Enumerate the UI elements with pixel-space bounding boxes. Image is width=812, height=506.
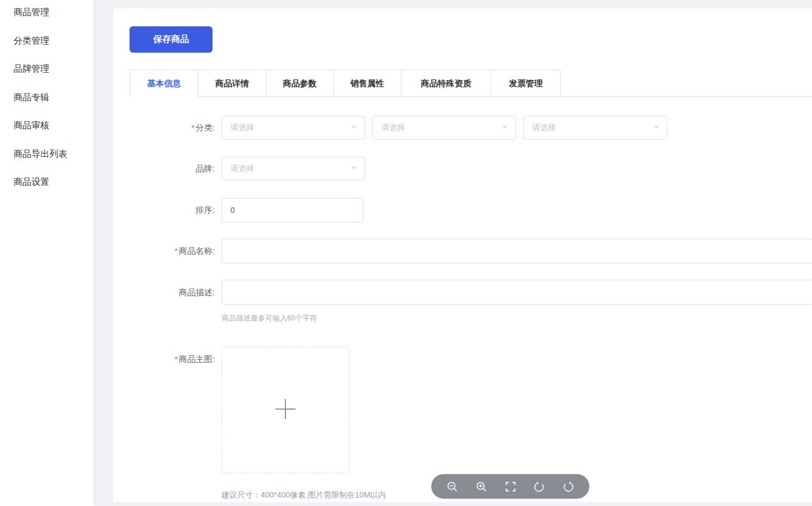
category-select-level2[interactable]: 请选择	[372, 116, 516, 140]
save-product-button[interactable]: 保存商品	[130, 26, 213, 53]
tab-product-detail[interactable]: 商品详情	[199, 69, 266, 96]
tab-invoice-management[interactable]: 发票管理	[491, 69, 561, 96]
form-row-sort: 排序:	[113, 198, 812, 222]
select-placeholder: 请选择	[381, 123, 501, 133]
category-label: *分类:	[113, 116, 215, 140]
select-placeholder: 请选择	[230, 164, 350, 174]
required-asterisk: *	[191, 123, 194, 132]
category-select-level3[interactable]: 请选择	[523, 116, 667, 140]
chevron-down-icon	[652, 123, 660, 133]
tab-sales-attributes[interactable]: 销售属性	[334, 69, 402, 96]
product-name-input[interactable]	[222, 239, 812, 263]
product-name-label: *商品名称:	[113, 239, 215, 263]
form-row-category: *分类: 请选择 请选择 请选择	[113, 116, 812, 140]
form-row-brand: 品牌: 请选择	[113, 157, 812, 180]
brand-select[interactable]: 请选择	[222, 157, 365, 180]
sidebar-item-category-management[interactable]: 分类管理	[13, 35, 67, 47]
main-image-hint: 建议尺寸：400*400像素,图片需限制在10M以内	[222, 490, 386, 500]
tab-bar: 基本信息 商品详情 商品参数 销售属性 商品特殊资质 发票管理	[130, 69, 561, 97]
main-image-label: *商品主图:	[113, 347, 215, 372]
chevron-down-icon	[350, 164, 358, 174]
rotate-right-icon[interactable]	[562, 480, 575, 493]
image-viewer-toolbar	[431, 474, 589, 499]
sidebar-menu: 商品管理 分类管理 品牌管理 商品专辑 商品审核 商品导出列表 商品设置	[13, 7, 67, 188]
sidebar-item-product-management[interactable]: 商品管理	[13, 7, 67, 18]
tab-product-params[interactable]: 商品参数	[266, 69, 334, 96]
select-placeholder: 请选择	[230, 123, 350, 133]
form-row-product-description: 商品描述:	[113, 280, 812, 305]
required-asterisk: *	[174, 355, 177, 364]
sidebar-item-brand-management[interactable]: 品牌管理	[13, 63, 67, 75]
sidebar-item-product-export-list[interactable]: 商品导出列表	[13, 148, 67, 160]
description-hint: 商品描述最多可输入60个字符	[222, 313, 317, 323]
chevron-down-icon	[350, 123, 358, 133]
rotate-left-icon[interactable]	[533, 480, 546, 493]
product-description-label: 商品描述:	[113, 280, 215, 305]
sidebar-item-product-review[interactable]: 商品审核	[13, 120, 67, 131]
sidebar-item-product-settings[interactable]: 商品设置	[13, 177, 67, 188]
zoom-out-icon[interactable]	[446, 480, 459, 493]
zoom-in-icon[interactable]	[475, 480, 488, 493]
form-row-product-name: *商品名称:	[113, 239, 812, 263]
sidebar: 商品管理 分类管理 品牌管理 商品专辑 商品审核 商品导出列表 商品设置	[0, 0, 94, 506]
product-description-input[interactable]	[222, 280, 812, 305]
sort-input[interactable]	[222, 198, 363, 222]
sort-label: 排序:	[113, 198, 215, 222]
brand-label: 品牌:	[113, 157, 215, 180]
main-image-upload-box[interactable]	[222, 347, 349, 473]
plus-icon	[273, 397, 298, 424]
product-admin-page: { "sidebar": { "items": [ { "label": "商品…	[0, 0, 812, 506]
fullscreen-icon[interactable]	[504, 480, 517, 493]
tab-special-qualifications[interactable]: 商品特殊资质	[402, 69, 491, 96]
chevron-down-icon	[501, 123, 509, 133]
tab-basic-info[interactable]: 基本信息	[130, 69, 199, 97]
select-placeholder: 请选择	[532, 123, 652, 133]
required-asterisk: *	[174, 247, 177, 256]
content-card: 保存商品 基本信息 商品详情 商品参数 销售属性 商品特殊资质 发票管理 *分类…	[113, 8, 812, 502]
sidebar-item-product-album[interactable]: 商品专辑	[13, 92, 67, 103]
category-select-level1[interactable]: 请选择	[222, 116, 365, 140]
bottom-page-gutter	[94, 502, 812, 506]
